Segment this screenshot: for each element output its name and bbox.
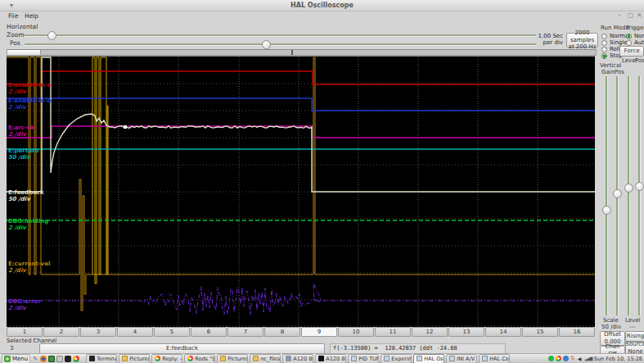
- channel-tab-3[interactable]: 3: [80, 327, 116, 337]
- taskbar-window-label: Rods "S...: [195, 356, 215, 362]
- chrome-icon: [155, 356, 160, 361]
- rising-button[interactable]: Rising: [625, 331, 644, 342]
- channel-scale: 2 /div: [8, 305, 41, 311]
- radio-icon: [626, 40, 632, 46]
- taskbar-window-10[interactable]: Experim...: [381, 354, 412, 363]
- radio-icon: [601, 47, 607, 52]
- channel-scale: 50 /div: [8, 154, 39, 161]
- channel-tab-2[interactable]: 2: [43, 327, 79, 337]
- selected-channel-number: 3: [10, 345, 13, 352]
- taskbar-window-1[interactable]: Terminal: [86, 354, 117, 363]
- channel-label-1: E:enable-in-a2 /div: [8, 82, 51, 95]
- channel-tab-13[interactable]: 13: [448, 327, 484, 337]
- taskbar-window-9[interactable]: PID TUNE: [348, 354, 379, 363]
- radio-icon: [601, 34, 607, 39]
- samples-button[interactable]: 2000 samples at 200 Hz: [566, 33, 598, 48]
- level-label: Level: [625, 317, 640, 324]
- zoom-slider-track[interactable]: [25, 34, 536, 37]
- taskbar-window-12[interactable]: INI A/V: [446, 354, 477, 363]
- taskbar-window-8[interactable]: A120 80...: [315, 354, 346, 363]
- konsole-icon[interactable]: [65, 356, 71, 362]
- scale-label: Scale: [603, 317, 619, 324]
- record-position-strip[interactable]: [7, 49, 597, 56]
- zoom-slider-label: Zoom: [7, 31, 25, 39]
- channel-tab-10[interactable]: 10: [338, 327, 374, 337]
- channel-name: E:current-vel: [8, 261, 50, 267]
- channel-tab-6[interactable]: 6: [191, 327, 227, 337]
- update-icon[interactable]: [563, 356, 569, 361]
- pos-slider-handle[interactable]: [262, 40, 271, 49]
- channel-tab-14[interactable]: 14: [485, 327, 521, 337]
- channel-label-2: E:enable-in-b2 /div: [8, 98, 51, 111]
- record-position-handle[interactable]: [7, 50, 41, 55]
- vertical-gain-label: Gain: [601, 69, 615, 75]
- messenger-icon[interactable]: [548, 356, 554, 361]
- chrome-icon[interactable]: [73, 356, 79, 362]
- minimize-button[interactable]: –: [618, 12, 621, 19]
- channel-tab-16[interactable]: 16: [559, 327, 595, 337]
- network-icon[interactable]: ⇅: [570, 356, 576, 361]
- maximize-button[interactable]: ▢: [628, 12, 634, 19]
- taskbar-window-2[interactable]: Pictures: [119, 354, 150, 363]
- vertical-title: Vertical: [600, 62, 621, 69]
- firefox-icon[interactable]: [40, 356, 47, 362]
- green-terminal-icon[interactable]: [48, 356, 55, 362]
- window-icon: [482, 356, 488, 361]
- sec-per-div-unit: per div: [532, 39, 563, 46]
- channel-tabs: 12345678910111213141516: [7, 327, 595, 337]
- trigger-pos-slider-track[interactable]: [638, 76, 641, 315]
- pos-slider-track[interactable]: [25, 43, 536, 46]
- taskbar-window-7[interactable]: A120 80...: [282, 354, 313, 363]
- taskbar-window-5[interactable]: Pictures: [217, 354, 248, 363]
- channel-tab-7[interactable]: 7: [227, 327, 263, 337]
- run-mode-single[interactable]: Single: [601, 39, 628, 46]
- trigger-pos-slider-handle[interactable]: [635, 182, 644, 191]
- title-bar: ▾ HAL Oscilloscope: [0, 0, 644, 11]
- channel-tab-15[interactable]: 15: [522, 327, 558, 337]
- window-icon: [449, 356, 455, 361]
- vertical-pos-slider-handle[interactable]: [613, 189, 622, 198]
- image-icon: [286, 356, 291, 361]
- menu-help[interactable]: Help: [22, 11, 41, 20]
- taskbar-window-13[interactable]: HAL Co...: [479, 354, 510, 363]
- chrome-icon[interactable]: [556, 356, 561, 361]
- taskbar-window-4[interactable]: Rods "S...: [184, 354, 215, 363]
- taskbar-window-6[interactable]: nc_files: [250, 354, 281, 363]
- trigger-force-button[interactable]: Force: [619, 46, 644, 57]
- channel-tab-11[interactable]: 11: [375, 327, 411, 337]
- channel-tab-5[interactable]: 5: [154, 327, 190, 337]
- channel-tab-4[interactable]: 4: [117, 327, 153, 337]
- trigger-title: Trigger: [626, 25, 644, 31]
- channel-name: E:perturb: [8, 147, 39, 154]
- channel-name: DBG:holding: [8, 218, 48, 225]
- trigger-level-slider-handle[interactable]: [624, 184, 633, 193]
- channel-tab-9[interactable]: 9: [301, 327, 337, 337]
- taskbar-window-3[interactable]: Reply: -...: [151, 354, 182, 363]
- close-button[interactable]: ✕: [637, 12, 642, 19]
- pos-slider-label: Pos: [10, 39, 20, 47]
- taskbar-window-label: A120 80...: [293, 356, 313, 362]
- window-title: HAL Oscilloscope: [0, 2, 644, 9]
- menu-file[interactable]: File: [6, 11, 21, 20]
- channel-tab-1[interactable]: 1: [7, 327, 43, 337]
- files-icon[interactable]: [56, 356, 63, 362]
- run-mode-roll[interactable]: Roll: [601, 46, 620, 52]
- gain-slider-track[interactable]: [606, 76, 608, 315]
- taskbar-menu-button[interactable]: Menu: [2, 354, 30, 363]
- taskbar-window-11[interactable]: HAL Osc...: [413, 354, 444, 363]
- taskbar-window-label: PID TUNE: [358, 356, 379, 362]
- menu-label: Menu: [12, 356, 28, 362]
- pencil-icon[interactable]: ✎: [32, 356, 38, 362]
- sec-per-div-value: 1.00 Sec: [532, 33, 563, 39]
- run-mode-title: Run Mode: [601, 25, 629, 31]
- window-icon: [417, 356, 422, 361]
- volume-icon[interactable]: ◀: [578, 356, 583, 361]
- zoom-slider-handle[interactable]: [47, 31, 56, 40]
- channel-tab-8[interactable]: 8: [264, 327, 300, 337]
- trigger-level-slider-track[interactable]: [628, 76, 630, 315]
- signal-icon[interactable]: ▂▄▆: [585, 356, 591, 361]
- trigger-mode-normal[interactable]: Normal: [626, 33, 644, 39]
- trigger-mode-auto[interactable]: Auto: [626, 39, 644, 46]
- channel-tab-12[interactable]: 12: [412, 327, 448, 337]
- gain-slider-handle[interactable]: [602, 206, 611, 215]
